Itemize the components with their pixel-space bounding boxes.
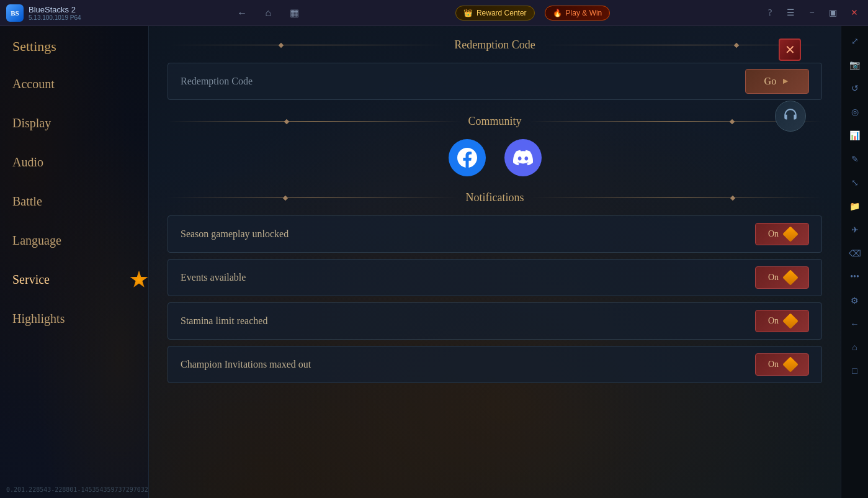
camera-icon[interactable]: 📷 [845,55,865,75]
sidebar-item-service[interactable]: Service [0,260,148,299]
community-left-line [168,121,461,122]
reward-icon: 👑 [463,9,473,17]
reward-center-button[interactable]: 👑 Reward Center [455,6,535,20]
sidebar-item-highlights[interactable]: Highlights [0,299,148,338]
help-button[interactable]: ? [763,6,777,20]
redemption-placeholder[interactable]: Redemption Code [181,76,745,87]
play-icon: 🔥 [553,9,562,17]
close-x-inner: ✕ [779,38,801,61]
target-icon[interactable]: ◎ [845,102,865,122]
community-section-header: Community [168,115,822,128]
champion-toggle-diamond [782,356,798,372]
nav-buttons: ← ⌂ ▦ [233,4,303,22]
folder-icon[interactable]: 📁 [845,196,865,216]
left-panel: Settings Account Display Audio Battle La… [0,26,149,498]
right-sidebar: ⤢ 📷 ↺ ◎ 📊 ✎ ⤡ 📁 ✈ ⌫ ••• ⚙ ← ⌂ □ [841,26,868,498]
app-version: 5.13.100.1019 P64 [29,14,81,21]
play-win-label: Play & Win [566,9,602,17]
season-notification-row: Season gameplay unlocked On [168,215,822,253]
stamina-toggle-diamond [782,313,798,328]
settings-close-button[interactable]: ✕ [776,36,803,63]
discord-button[interactable] [504,139,542,176]
tabs-nav-button[interactable]: ▦ [285,4,303,22]
go-label: Go [764,76,777,87]
menu-button[interactable]: ☰ [784,6,799,20]
go-arrow-icon: ► [781,76,790,86]
season-notif-label: Season gameplay unlocked [181,229,755,240]
plane-icon[interactable]: ✈ [845,220,865,240]
top-bar: BS BlueStacks 2 5.13.100.1019 P64 ← ⌂ ▦ … [0,0,868,26]
season-toggle-value: On [768,229,779,239]
champion-toggle-button[interactable]: On [755,353,809,376]
app-logo: BS [6,4,24,22]
minimize-button[interactable]: − [805,6,820,20]
events-notification-row: Events available On [168,259,822,296]
expand-icon[interactable]: ⤢ [845,31,865,51]
more-dots-icon[interactable]: ••• [845,267,865,287]
redemption-row: Redemption Code Go ► [168,63,822,100]
sidebar-item-battle[interactable]: Battle [0,182,148,221]
events-toggle-diamond [782,269,798,285]
support-button[interactable] [775,101,806,132]
nav-items: Account Display Audio Battle Language Se… [0,65,148,338]
left-deco-line [168,45,447,45]
stamina-notification-row: Stamina limit reached On [168,302,822,340]
home-nav-button[interactable]: ⌂ [259,4,277,22]
community-icons [168,139,822,176]
notifications-section-header: Notifications [168,191,822,204]
settings-content-area: Redemption Code Redemption Code Go ► Com… [149,26,841,498]
champion-notif-label: Champion Invitations maxed out [181,359,755,370]
season-toggle-button[interactable]: On [755,223,809,245]
settings-overlay: Settings Account Display Audio Battle La… [0,26,841,498]
refresh-icon[interactable]: ↺ [845,78,865,98]
app-info: BS BlueStacks 2 5.13.100.1019 P64 [6,4,81,22]
stamina-toggle-button[interactable]: On [755,310,809,332]
season-toggle-diamond [782,226,798,242]
close-window-button[interactable]: ✕ [847,6,862,20]
events-toggle-button[interactable]: On [755,266,809,289]
back-nav-button[interactable]: ← [233,4,251,22]
chart-icon[interactable]: 📊 [845,125,865,145]
notif-right-line [532,197,823,198]
champion-toggle-value: On [768,360,779,369]
app-name: BlueStacks 2 [29,5,81,14]
notifications-section-title: Notifications [466,191,524,204]
go-button[interactable]: Go ► [745,69,809,94]
main-content: Settings Account Display Audio Battle La… [0,26,868,498]
stamina-notif-label: Stamina limit reached [181,315,755,327]
erase-icon[interactable]: ⌫ [845,243,865,263]
restore-button[interactable]: ▣ [826,6,841,20]
community-section-title: Community [468,115,522,128]
redemption-section-title: Redemption Code [454,38,535,52]
notif-left-line [168,197,459,198]
home-icon[interactable]: ⌂ [845,338,865,358]
reward-label: Reward Center [477,9,527,17]
gear-icon[interactable]: ⚙ [845,291,865,310]
window-controls: ? ☰ − ▣ ✕ [763,6,862,20]
square-icon[interactable]: □ [845,361,865,381]
center-buttons: 👑 Reward Center 🔥 Play & Win [455,6,610,20]
sidebar-item-display[interactable]: Display [0,104,148,143]
events-toggle-value: On [768,273,779,283]
facebook-button[interactable] [449,139,486,176]
bottom-debug-text: 0.201.228543-228801-145354359737297032 [6,486,148,493]
stamina-toggle-value: On [768,316,779,326]
sidebar-item-account[interactable]: Account [0,65,148,104]
champion-notification-row: Champion Invitations maxed out On [168,346,822,383]
events-notif-label: Events available [181,272,755,283]
resize-icon[interactable]: ⤡ [845,173,865,192]
settings-title: Settings [0,26,148,65]
redemption-section-header: Redemption Code [168,38,822,52]
play-win-button[interactable]: 🔥 Play & Win [545,6,611,20]
sidebar-item-language[interactable]: Language [0,221,148,260]
game-area: Settings Account Display Audio Battle La… [0,26,841,498]
sidebar-item-audio[interactable]: Audio [0,143,148,182]
script-icon[interactable]: ✎ [845,149,865,169]
arrow-left-icon[interactable]: ← [845,314,865,334]
